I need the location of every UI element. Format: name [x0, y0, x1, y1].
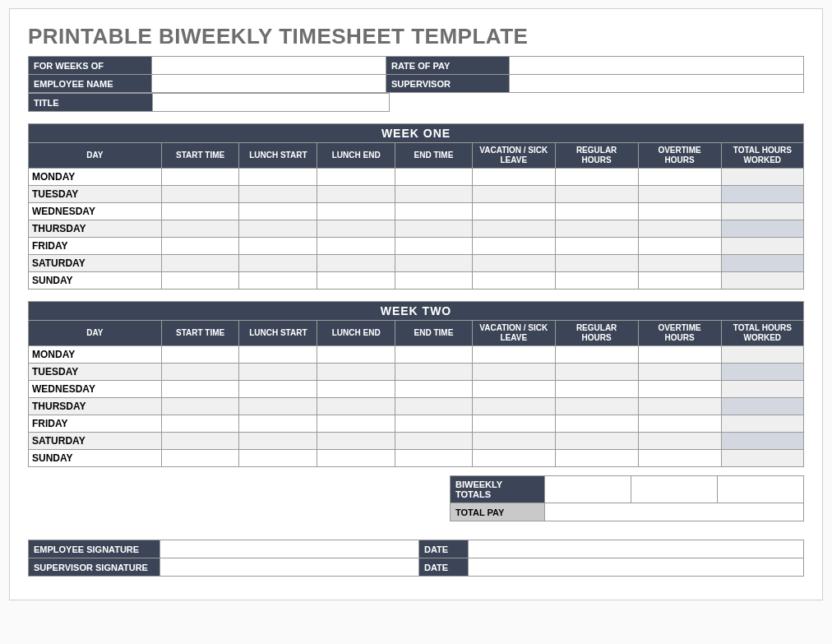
regular-cell[interactable] — [555, 220, 638, 238]
overtime-cell[interactable] — [638, 381, 721, 398]
regular-cell[interactable] — [555, 186, 638, 203]
lunch-end-cell[interactable] — [317, 346, 395, 364]
overtime-cell[interactable] — [638, 238, 721, 255]
lunch-start-cell[interactable] — [239, 381, 317, 398]
for-weeks-of-value[interactable] — [152, 57, 386, 75]
end-time-cell[interactable] — [395, 364, 473, 381]
regular-cell[interactable] — [555, 381, 638, 398]
lunch-start-cell[interactable] — [239, 415, 317, 433]
vacation-cell[interactable] — [472, 381, 555, 398]
total-cell[interactable] — [721, 203, 803, 220]
end-time-cell[interactable] — [395, 346, 473, 364]
end-time-cell[interactable] — [395, 238, 473, 255]
total-cell[interactable] — [721, 238, 803, 255]
lunch-end-cell[interactable] — [317, 381, 395, 398]
employee-sig-value[interactable] — [160, 540, 419, 558]
overtime-cell[interactable] — [638, 255, 721, 272]
supervisor-date-value[interactable] — [469, 558, 804, 577]
vacation-cell[interactable] — [472, 255, 555, 272]
end-time-cell[interactable] — [395, 272, 473, 290]
lunch-end-cell[interactable] — [317, 272, 395, 290]
regular-cell[interactable] — [555, 238, 638, 255]
end-time-cell[interactable] — [395, 169, 473, 186]
end-time-cell[interactable] — [395, 255, 473, 272]
vacation-cell[interactable] — [472, 364, 555, 381]
start-time-cell[interactable] — [161, 364, 239, 381]
overtime-cell[interactable] — [638, 169, 721, 186]
total-cell[interactable] — [721, 272, 803, 290]
end-time-cell[interactable] — [395, 398, 473, 415]
overtime-cell[interactable] — [638, 450, 721, 467]
vacation-cell[interactable] — [472, 169, 555, 186]
lunch-start-cell[interactable] — [239, 203, 317, 220]
end-time-cell[interactable] — [395, 381, 473, 398]
overtime-cell[interactable] — [638, 364, 721, 381]
total-cell[interactable] — [721, 186, 803, 203]
lunch-end-cell[interactable] — [317, 220, 395, 238]
regular-cell[interactable] — [555, 169, 638, 186]
start-time-cell[interactable] — [161, 433, 239, 450]
rate-of-pay-value[interactable] — [510, 57, 804, 75]
end-time-cell[interactable] — [395, 203, 473, 220]
vacation-cell[interactable] — [472, 186, 555, 203]
start-time-cell[interactable] — [161, 415, 239, 433]
vacation-cell[interactable] — [472, 272, 555, 290]
regular-cell[interactable] — [555, 433, 638, 450]
total-cell[interactable] — [721, 381, 803, 398]
total-cell[interactable] — [721, 255, 803, 272]
lunch-end-cell[interactable] — [317, 433, 395, 450]
start-time-cell[interactable] — [161, 186, 239, 203]
lunch-start-cell[interactable] — [239, 220, 317, 238]
overtime-cell[interactable] — [638, 433, 721, 450]
start-time-cell[interactable] — [161, 272, 239, 290]
lunch-end-cell[interactable] — [317, 398, 395, 415]
supervisor-value[interactable] — [510, 75, 804, 93]
vacation-cell[interactable] — [472, 450, 555, 467]
end-time-cell[interactable] — [395, 186, 473, 203]
regular-cell[interactable] — [555, 398, 638, 415]
overtime-cell[interactable] — [638, 186, 721, 203]
start-time-cell[interactable] — [161, 238, 239, 255]
vacation-cell[interactable] — [472, 203, 555, 220]
lunch-start-cell[interactable] — [239, 398, 317, 415]
lunch-end-cell[interactable] — [317, 238, 395, 255]
end-time-cell[interactable] — [395, 433, 473, 450]
total-cell[interactable] — [721, 364, 803, 381]
lunch-start-cell[interactable] — [239, 186, 317, 203]
overtime-cell[interactable] — [638, 398, 721, 415]
vacation-cell[interactable] — [472, 220, 555, 238]
lunch-start-cell[interactable] — [239, 272, 317, 290]
overtime-cell[interactable] — [638, 346, 721, 364]
start-time-cell[interactable] — [161, 346, 239, 364]
lunch-start-cell[interactable] — [239, 346, 317, 364]
lunch-start-cell[interactable] — [239, 364, 317, 381]
vacation-cell[interactable] — [472, 415, 555, 433]
lunch-start-cell[interactable] — [239, 255, 317, 272]
end-time-cell[interactable] — [395, 450, 473, 467]
end-time-cell[interactable] — [395, 415, 473, 433]
title-value[interactable] — [153, 94, 390, 112]
start-time-cell[interactable] — [161, 255, 239, 272]
lunch-end-cell[interactable] — [317, 186, 395, 203]
lunch-end-cell[interactable] — [317, 169, 395, 186]
overtime-cell[interactable] — [638, 272, 721, 290]
vacation-cell[interactable] — [472, 433, 555, 450]
lunch-start-cell[interactable] — [239, 450, 317, 467]
regular-cell[interactable] — [555, 450, 638, 467]
regular-cell[interactable] — [555, 415, 638, 433]
regular-cell[interactable] — [555, 364, 638, 381]
biweekly-tot[interactable] — [718, 476, 804, 503]
total-cell[interactable] — [721, 450, 803, 467]
lunch-end-cell[interactable] — [317, 450, 395, 467]
total-cell[interactable] — [721, 220, 803, 238]
employee-name-value[interactable] — [152, 75, 386, 93]
lunch-end-cell[interactable] — [317, 415, 395, 433]
vacation-cell[interactable] — [472, 398, 555, 415]
end-time-cell[interactable] — [395, 220, 473, 238]
start-time-cell[interactable] — [161, 169, 239, 186]
overtime-cell[interactable] — [638, 220, 721, 238]
lunch-start-cell[interactable] — [239, 433, 317, 450]
total-cell[interactable] — [721, 169, 803, 186]
overtime-cell[interactable] — [638, 415, 721, 433]
regular-cell[interactable] — [555, 272, 638, 290]
